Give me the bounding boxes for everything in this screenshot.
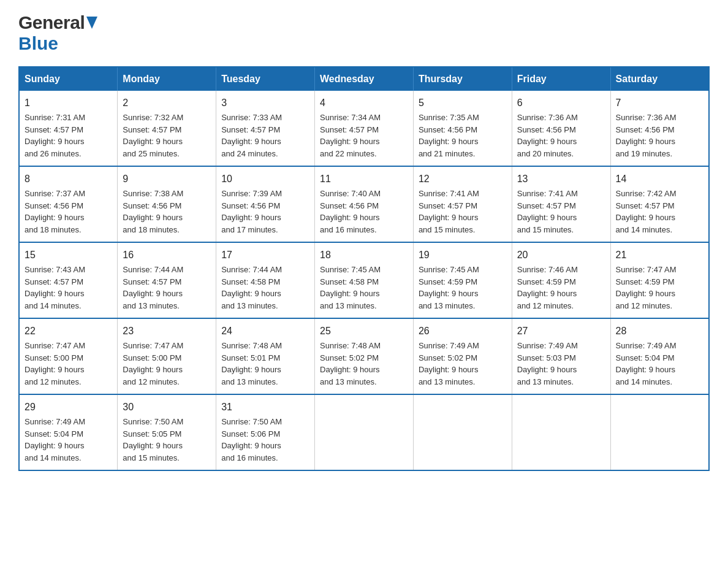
calendar-cell: 6 Sunrise: 7:36 AMSunset: 4:56 PMDayligh… — [512, 91, 610, 166]
calendar-cell: 21 Sunrise: 7:47 AMSunset: 4:59 PMDaylig… — [610, 242, 709, 318]
weekday-header-tuesday: Tuesday — [216, 67, 315, 91]
sunrise-info: Sunrise: 7:34 AMSunset: 4:57 PMDaylight:… — [320, 113, 381, 158]
calendar-cell: 14 Sunrise: 7:42 AMSunset: 4:57 PMDaylig… — [610, 166, 709, 242]
day-number: 19 — [419, 248, 507, 262]
sunrise-info: Sunrise: 7:45 AMSunset: 4:58 PMDaylight:… — [320, 265, 381, 310]
day-number: 16 — [123, 248, 211, 262]
day-number: 17 — [221, 248, 309, 262]
weekday-header-friday: Friday — [512, 67, 610, 91]
calendar-cell: 11 Sunrise: 7:40 AMSunset: 4:56 PMDaylig… — [315, 166, 414, 242]
day-number: 20 — [517, 248, 605, 262]
calendar-cell: 30 Sunrise: 7:50 AMSunset: 5:05 PMDaylig… — [118, 394, 216, 470]
calendar-cell: 4 Sunrise: 7:34 AMSunset: 4:57 PMDayligh… — [315, 91, 414, 166]
sunrise-info: Sunrise: 7:44 AMSunset: 4:57 PMDaylight:… — [123, 265, 183, 310]
weekday-header-monday: Monday — [118, 67, 216, 91]
calendar-cell: 28 Sunrise: 7:49 AMSunset: 5:04 PMDaylig… — [610, 318, 709, 394]
logo-triangle-icon — [86, 17, 97, 31]
week-row-1: 1 Sunrise: 7:31 AMSunset: 4:57 PMDayligh… — [19, 91, 709, 166]
calendar-cell: 12 Sunrise: 7:41 AMSunset: 4:57 PMDaylig… — [413, 166, 512, 242]
calendar-cell — [413, 394, 512, 470]
calendar-cell: 13 Sunrise: 7:41 AMSunset: 4:57 PMDaylig… — [512, 166, 610, 242]
sunrise-info: Sunrise: 7:31 AMSunset: 4:57 PMDaylight:… — [25, 113, 85, 158]
weekday-header-row: SundayMondayTuesdayWednesdayThursdayFrid… — [19, 67, 709, 91]
calendar-cell: 26 Sunrise: 7:49 AMSunset: 5:02 PMDaylig… — [413, 318, 512, 394]
calendar-cell: 15 Sunrise: 7:43 AMSunset: 4:57 PMDaylig… — [19, 242, 118, 318]
sunrise-info: Sunrise: 7:36 AMSunset: 4:56 PMDaylight:… — [517, 113, 578, 158]
calendar-cell: 7 Sunrise: 7:36 AMSunset: 4:56 PMDayligh… — [610, 91, 709, 166]
calendar-cell: 24 Sunrise: 7:48 AMSunset: 5:01 PMDaylig… — [216, 318, 315, 394]
weekday-header-saturday: Saturday — [610, 67, 709, 91]
sunrise-info: Sunrise: 7:38 AMSunset: 4:56 PMDaylight:… — [123, 189, 183, 234]
day-number: 3 — [221, 96, 309, 110]
sunrise-info: Sunrise: 7:39 AMSunset: 4:56 PMDaylight:… — [221, 189, 282, 234]
day-number: 29 — [25, 400, 112, 415]
calendar-cell: 25 Sunrise: 7:48 AMSunset: 5:02 PMDaylig… — [315, 318, 414, 394]
calendar-cell: 5 Sunrise: 7:35 AMSunset: 4:56 PMDayligh… — [413, 91, 512, 166]
calendar-cell: 1 Sunrise: 7:31 AMSunset: 4:57 PMDayligh… — [19, 91, 118, 166]
sunrise-info: Sunrise: 7:50 AMSunset: 5:05 PMDaylight:… — [123, 417, 183, 462]
day-number: 12 — [419, 172, 507, 186]
day-number: 23 — [123, 324, 211, 339]
day-number: 6 — [517, 96, 605, 110]
sunrise-info: Sunrise: 7:44 AMSunset: 4:58 PMDaylight:… — [221, 265, 282, 310]
week-row-2: 8 Sunrise: 7:37 AMSunset: 4:56 PMDayligh… — [19, 166, 709, 242]
sunrise-info: Sunrise: 7:47 AMSunset: 5:00 PMDaylight:… — [123, 341, 183, 386]
page-header: General Blue — [18, 12, 710, 54]
sunrise-info: Sunrise: 7:45 AMSunset: 4:59 PMDaylight:… — [419, 265, 479, 310]
day-number: 11 — [320, 172, 408, 186]
day-number: 15 — [25, 248, 112, 262]
calendar-cell — [512, 394, 610, 470]
calendar-cell: 19 Sunrise: 7:45 AMSunset: 4:59 PMDaylig… — [413, 242, 512, 318]
calendar-cell: 10 Sunrise: 7:39 AMSunset: 4:56 PMDaylig… — [216, 166, 315, 242]
sunrise-info: Sunrise: 7:42 AMSunset: 4:57 PMDaylight:… — [616, 189, 677, 234]
calendar-cell: 17 Sunrise: 7:44 AMSunset: 4:58 PMDaylig… — [216, 242, 315, 318]
calendar-cell: 16 Sunrise: 7:44 AMSunset: 4:57 PMDaylig… — [118, 242, 216, 318]
day-number: 8 — [25, 172, 112, 186]
sunrise-info: Sunrise: 7:40 AMSunset: 4:56 PMDaylight:… — [320, 189, 381, 234]
week-row-5: 29 Sunrise: 7:49 AMSunset: 5:04 PMDaylig… — [19, 394, 709, 470]
sunrise-info: Sunrise: 7:35 AMSunset: 4:56 PMDaylight:… — [419, 113, 479, 158]
day-number: 21 — [616, 248, 703, 262]
calendar-cell: 23 Sunrise: 7:47 AMSunset: 5:00 PMDaylig… — [118, 318, 216, 394]
day-number: 25 — [320, 324, 408, 339]
day-number: 9 — [123, 172, 211, 186]
logo-general-text: General — [18, 12, 85, 33]
logo-blue-text: Blue — [18, 33, 58, 53]
day-number: 27 — [517, 324, 605, 339]
sunrise-info: Sunrise: 7:36 AMSunset: 4:56 PMDaylight:… — [616, 113, 677, 158]
calendar-cell — [315, 394, 414, 470]
calendar-cell: 18 Sunrise: 7:45 AMSunset: 4:58 PMDaylig… — [315, 242, 414, 318]
calendar-cell: 3 Sunrise: 7:33 AMSunset: 4:57 PMDayligh… — [216, 91, 315, 166]
svg-marker-0 — [86, 17, 97, 29]
calendar-cell: 22 Sunrise: 7:47 AMSunset: 5:00 PMDaylig… — [19, 318, 118, 394]
sunrise-info: Sunrise: 7:49 AMSunset: 5:04 PMDaylight:… — [616, 341, 677, 386]
week-row-3: 15 Sunrise: 7:43 AMSunset: 4:57 PMDaylig… — [19, 242, 709, 318]
day-number: 18 — [320, 248, 408, 262]
sunrise-info: Sunrise: 7:41 AMSunset: 4:57 PMDaylight:… — [419, 189, 479, 234]
sunrise-info: Sunrise: 7:47 AMSunset: 5:00 PMDaylight:… — [25, 341, 85, 386]
day-number: 14 — [616, 172, 703, 186]
sunrise-info: Sunrise: 7:41 AMSunset: 4:57 PMDaylight:… — [517, 189, 578, 234]
calendar-cell — [610, 394, 709, 470]
calendar-cell: 8 Sunrise: 7:37 AMSunset: 4:56 PMDayligh… — [19, 166, 118, 242]
weekday-header-thursday: Thursday — [413, 67, 512, 91]
logo: General Blue — [18, 12, 97, 54]
weekday-header-sunday: Sunday — [19, 67, 118, 91]
day-number: 1 — [25, 96, 112, 110]
calendar-cell: 20 Sunrise: 7:46 AMSunset: 4:59 PMDaylig… — [512, 242, 610, 318]
weekday-header-wednesday: Wednesday — [315, 67, 414, 91]
day-number: 10 — [221, 172, 309, 186]
sunrise-info: Sunrise: 7:37 AMSunset: 4:56 PMDaylight:… — [25, 189, 85, 234]
day-number: 24 — [221, 324, 309, 339]
day-number: 4 — [320, 96, 408, 110]
day-number: 31 — [221, 400, 309, 415]
week-row-4: 22 Sunrise: 7:47 AMSunset: 5:00 PMDaylig… — [19, 318, 709, 394]
sunrise-info: Sunrise: 7:32 AMSunset: 4:57 PMDaylight:… — [123, 113, 183, 158]
sunrise-info: Sunrise: 7:48 AMSunset: 5:01 PMDaylight:… — [221, 341, 282, 386]
sunrise-info: Sunrise: 7:33 AMSunset: 4:57 PMDaylight:… — [221, 113, 282, 158]
calendar-cell: 29 Sunrise: 7:49 AMSunset: 5:04 PMDaylig… — [19, 394, 118, 470]
day-number: 26 — [419, 324, 507, 339]
calendar-cell: 31 Sunrise: 7:50 AMSunset: 5:06 PMDaylig… — [216, 394, 315, 470]
day-number: 7 — [616, 96, 703, 110]
sunrise-info: Sunrise: 7:46 AMSunset: 4:59 PMDaylight:… — [517, 265, 578, 310]
